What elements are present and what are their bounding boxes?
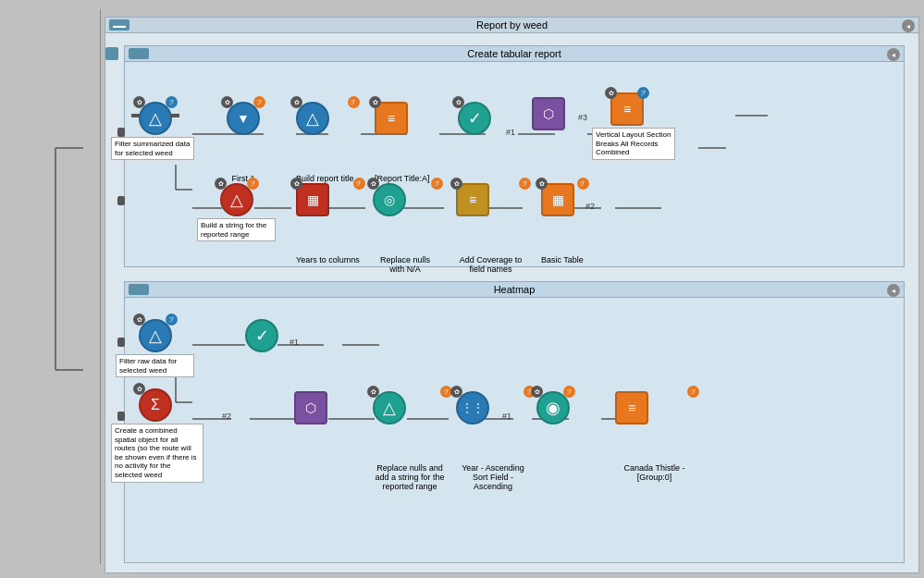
node-first1[interactable]: ✿ ℱ ▼ First 1	[227, 102, 260, 183]
heatmap-step1b: #1	[502, 412, 511, 421]
label-vlayout: Vertical Layout Section Breaks All Recor…	[592, 128, 675, 160]
label-canada-thistle: Canada Thistle - [Group:0]	[615, 463, 694, 482]
icon-years-cols: ▦	[296, 183, 329, 216]
tabular-collapse-btn[interactable]: ◂	[887, 48, 900, 61]
badge2-build-string: ℱ	[247, 178, 259, 190]
node-vertical-layout[interactable]: ✿ ℱ ≡ Vertical Layout Section Breaks All…	[610, 92, 644, 126]
node-canada-thistle[interactable]: ℱ ≡ Canada Thistle - [Group:0]	[615, 391, 694, 482]
label-report-title: [Report Title:A]	[375, 174, 430, 183]
tabular-panel-title: Create tabular report ◂	[125, 46, 904, 62]
icon-add-coverage: ≡	[456, 183, 489, 216]
tabular-badge	[129, 48, 149, 59]
badge2-basic-table: ℱ	[577, 178, 589, 190]
node-links1[interactable]: ⬡	[532, 97, 565, 130]
badge2-first1: ℱ	[253, 96, 265, 108]
badge2-replace-nulls1: ℱ	[431, 178, 443, 190]
label-year-asc: Year - Ascending Sort Field - Ascending	[456, 463, 530, 491]
step-label-2: #2	[585, 202, 595, 211]
badge-replace-nulls1: ✿	[367, 178, 379, 190]
icon-replace-nulls1: ◎	[373, 183, 406, 216]
badge-replace-nulls2: ✿	[367, 386, 379, 398]
outer-left-badge	[105, 47, 118, 60]
label-years-cols: Years to columns	[296, 255, 360, 264]
port-in-filter-summary	[131, 114, 141, 117]
tabular-title-label: Create tabular report	[467, 48, 561, 59]
heatmap-panel-title: Heatmap ◂	[125, 282, 904, 298]
node-basic-table[interactable]: ✿ ℱ ▦ Basic Table	[541, 183, 584, 264]
label-build-report: Build report title	[296, 174, 354, 183]
icon-replace-nulls2: △	[373, 391, 406, 424]
tabular-input-port2	[117, 196, 125, 205]
heatmap-panel: Heatmap ◂	[124, 281, 905, 563]
badge2-years-cols: ℱ	[353, 178, 365, 190]
badge2-filter-summary: ℱ	[166, 96, 178, 108]
label-build-string: Build a string for the reported range	[197, 218, 276, 241]
badge2-filter-raw: ℱ	[166, 314, 178, 326]
node-create-combined[interactable]: ✿ Σ Create a combined spatial object for…	[139, 388, 172, 422]
label-add-coverage: Add Coverage to field names	[456, 255, 525, 274]
badge-basic-table: ✿	[536, 178, 548, 190]
node-report-title[interactable]: ✿ ≡ [Report Title:A]	[375, 102, 430, 183]
heatmap-badge	[129, 284, 149, 295]
step-label-1: #1	[506, 128, 515, 137]
icon-build-report: △	[296, 102, 329, 135]
node-replace-nulls2[interactable]: ✿ ℱ △ Replace nulls and add a string for…	[373, 391, 447, 491]
step-label-3: #3	[578, 113, 587, 122]
badge-first1: ✿	[221, 96, 233, 108]
node-years-cols[interactable]: ✿ ℱ ▦ Years to columns	[296, 183, 360, 264]
label-replace-nulls2: Replace nulls and add a string for the r…	[373, 463, 447, 491]
badge-canada-thistle: ℱ	[687, 386, 699, 398]
icon-report-title: ≡	[375, 102, 408, 135]
node-check1[interactable]: ✿ ✓	[458, 102, 491, 135]
badge-vlayout: ✿	[605, 87, 617, 99]
node-links2[interactable]: ⬡	[294, 391, 327, 424]
icon-basic-table: ▦	[541, 183, 574, 216]
heatmap-title-label: Heatmap	[494, 284, 536, 295]
label-filter-summary: Filter summarized data for selected weed	[111, 137, 194, 160]
heatmap-input-port1	[117, 338, 125, 347]
outer-collapse-icon[interactable]: ◂	[902, 19, 915, 32]
tabular-input-port	[117, 128, 125, 137]
badge-build-string: ✿	[215, 178, 227, 190]
tabular-panel: Create tabular report ◂	[124, 45, 905, 267]
label-filter-raw: Filter raw data for selected weed	[116, 354, 194, 377]
badge-create-combined: ✿	[133, 383, 145, 395]
badge2-vlayout: ℱ	[637, 87, 649, 99]
badge-report-title: ✿	[369, 96, 381, 108]
node-build-string[interactable]: ✿ ℱ △ Build a string for the reported ra…	[220, 183, 253, 216]
badge-build-report: ✿	[290, 96, 302, 108]
badge-years-cols: ✿	[290, 178, 302, 190]
outer-connectors	[0, 0, 106, 578]
node-build-report[interactable]: ✿ ℱ △ Build report title	[296, 102, 354, 183]
badge-filter-summary: ✿	[133, 96, 145, 108]
icon-year-asc: ⋮⋮	[456, 391, 489, 424]
badge-filter-raw: ✿	[133, 314, 145, 326]
badge-year-asc: ✿	[450, 386, 462, 398]
label-replace-nulls1: Replace nulls with N/A	[373, 255, 437, 274]
heatmap-step1: #1	[290, 338, 299, 347]
node-year-asc[interactable]: ✿ ℱ ⋮⋮ Year - Ascending Sort Field - Asc…	[456, 391, 530, 491]
badge-add-coverage: ✿	[450, 178, 462, 190]
icon-check1: ✓	[458, 102, 491, 135]
label-create-combined: Create a combined spatial object for all…	[111, 424, 203, 483]
node-add-coverage[interactable]: ✿ ℱ ≡ Add Coverage to field names	[456, 183, 525, 274]
outer-badge: ▬▬	[109, 19, 129, 31]
node-filter-summary[interactable]: ✿ ℱ △ Filter summarized data for selecte…	[139, 102, 172, 135]
node-replace-nulls1[interactable]: ✿ ℱ ◎ Replace nulls with N/A	[373, 183, 437, 274]
node-check2[interactable]: ✓	[245, 319, 278, 352]
icon-canada-thistle: ≡	[615, 391, 648, 424]
icon-create-combined: Σ	[139, 388, 172, 422]
badge-globe: ✿	[531, 386, 543, 398]
icon-check2: ✓	[245, 319, 278, 352]
icon-links1: ⬡	[532, 97, 565, 130]
icon-links2: ⬡	[294, 391, 327, 424]
heatmap-input-port2	[117, 412, 125, 421]
heatmap-collapse-btn[interactable]: ◂	[887, 284, 900, 297]
badge-check1: ✿	[452, 96, 464, 108]
badge2-build-report: ℱ	[348, 96, 360, 108]
node-globe[interactable]: ✿ ℱ ◉	[536, 391, 570, 424]
port-out-filter-summary	[170, 114, 179, 117]
outer-title-label: Report by weed	[476, 19, 548, 31]
node-filter-raw[interactable]: ✿ ℱ △ Filter raw data for selected weed	[139, 319, 172, 352]
badge2-add-coverage: ℱ	[519, 178, 531, 190]
